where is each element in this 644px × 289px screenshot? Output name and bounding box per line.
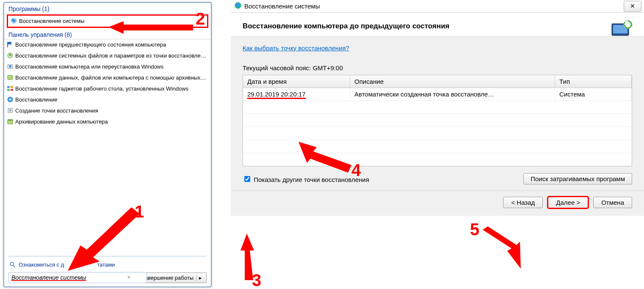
table-header-date[interactable]: Дата и время <box>243 75 350 88</box>
cp-item-5[interactable]: Восстановление <box>4 94 211 105</box>
restore-monitor-icon <box>610 19 634 39</box>
cp-item-2[interactable]: Восстановление компьютера или переустано… <box>4 61 211 72</box>
archive-icon <box>7 118 14 125</box>
recovery-icon <box>7 96 14 103</box>
annotation-1: 1 <box>135 202 144 221</box>
search-icon <box>9 261 16 270</box>
table-row <box>243 113 632 127</box>
restore-point-date: 29.01.2019 20:20:17 <box>247 91 306 99</box>
annotation-3: 3 <box>252 271 261 289</box>
svg-rect-8 <box>11 89 13 91</box>
window-title-bar: Восстановление системы ✕ <box>231 0 644 13</box>
table-header-desc[interactable]: Описание <box>350 75 555 88</box>
cp-item-6[interactable]: Создание точки восстановления <box>4 105 211 116</box>
cp-item-7[interactable]: Архивирование данных компьютера <box>4 116 211 127</box>
result-system-restore[interactable]: Восстановление системы <box>8 16 207 27</box>
backup-icon <box>7 74 14 81</box>
table-row <box>243 100 632 113</box>
cp-item-1[interactable]: Восстановление системных файлов и параме… <box>4 50 211 61</box>
clear-search-icon[interactable]: × <box>127 274 130 281</box>
restore-points-table: Дата и время Описание Тип 29.01.2019 20:… <box>243 75 632 166</box>
table-header-type[interactable]: Тип <box>555 75 632 88</box>
recovery-icon <box>7 63 14 70</box>
start-menu-bottom: Ознакомиться с дXXXXXXXXXтатами × Заверш… <box>4 253 211 286</box>
cp-item-4[interactable]: Восстановление гаджетов рабочего стола, … <box>4 83 211 94</box>
annotation-4: 4 <box>351 161 361 180</box>
cp-item-0[interactable]: Восстановление предшествующего состояния… <box>4 39 211 50</box>
svg-rect-4 <box>8 75 13 80</box>
chevron-right-icon[interactable]: ▸ <box>196 275 202 281</box>
cancel-button[interactable]: Отмена <box>593 197 632 208</box>
highlighted-system-restore: Восстановление системы <box>7 14 208 28</box>
programs-header: Программы (1) <box>4 3 211 14</box>
cp-item-3[interactable]: Восстановление данных, файлов или компью… <box>4 72 211 83</box>
table-row <box>243 140 632 153</box>
close-button[interactable]: ✕ <box>624 1 641 12</box>
affected-programs-button[interactable]: Поиск затрагиваемых программ <box>523 173 632 184</box>
svg-point-11 <box>9 110 11 111</box>
svg-point-14 <box>10 262 14 266</box>
system-restore-wizard: Восстановление системы ✕ Восстановление … <box>231 0 644 289</box>
restore-point-type: Система <box>555 88 632 100</box>
svg-rect-12 <box>8 120 13 124</box>
separator <box>8 256 207 256</box>
table-row[interactable]: 29.01.2019 20:20:17 Автоматически создан… <box>243 88 632 100</box>
gadgets-icon <box>7 85 14 92</box>
show-other-points-checkbox[interactable]: Показать другие точки восстановления <box>243 175 369 183</box>
table-row <box>243 153 632 166</box>
svg-rect-6 <box>11 86 13 88</box>
restore-point-desc: Автоматически созданная точка восстановл… <box>350 88 555 100</box>
timezone-label: Текущий часовой пояс: GMT+9:00 <box>243 64 632 72</box>
table-row <box>243 127 632 140</box>
window-title: Восстановление системы <box>244 3 320 10</box>
annotation-5: 5 <box>470 220 479 239</box>
result-system-restore-label: Восстановление системы <box>19 18 85 24</box>
restore-point-icon <box>7 107 14 114</box>
next-button[interactable]: Далее > <box>548 197 588 208</box>
search-box: × <box>8 272 133 283</box>
control-panel-header: Панель управления (8) <box>4 29 211 39</box>
back-button[interactable]: < Назад <box>503 197 543 208</box>
wizard-header: Восстановление компьютера до предыдущего… <box>231 13 644 37</box>
svg-rect-13 <box>8 119 13 121</box>
wizard-heading: Восстановление компьютера до предыдущего… <box>243 22 632 30</box>
svg-point-3 <box>9 65 11 68</box>
flag-icon <box>7 41 14 48</box>
annotation-2: 2 <box>196 9 205 28</box>
start-menu-search-panel: Программы (1) Восстановление системы Пан… <box>3 2 212 287</box>
shutdown-button[interactable]: Завершение работы ▸ <box>137 272 207 283</box>
search-input[interactable] <box>8 272 147 283</box>
svg-rect-5 <box>7 86 10 88</box>
show-other-checkbox[interactable] <box>244 176 250 182</box>
restore-icon <box>11 17 17 24</box>
restore-icon <box>234 2 242 11</box>
see-all-results-link[interactable]: Ознакомиться с дXXXXXXXXXтатами <box>8 261 207 272</box>
wizard-body: Как выбрать точку восстановления? Текущи… <box>231 37 644 191</box>
svg-rect-7 <box>7 89 10 91</box>
restore-icon <box>7 52 14 59</box>
wizard-footer: < Назад Далее > Отмена <box>231 191 644 216</box>
help-link[interactable]: Как выбрать точку восстановления? <box>243 44 349 52</box>
